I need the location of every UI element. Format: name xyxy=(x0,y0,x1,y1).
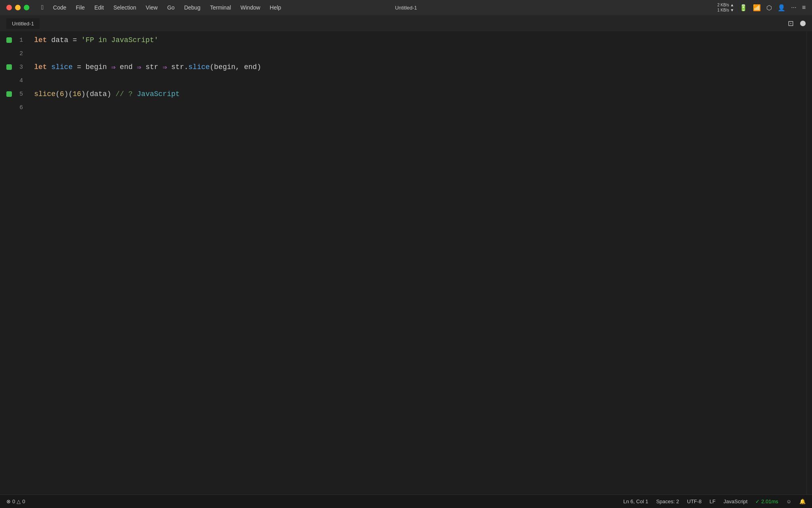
status-right: Ln 6, Col 1 Spaces: 2 UTF-8 LF JavaScrip… xyxy=(623,498,806,504)
var-slice: slice xyxy=(51,63,73,71)
fn-slice-call: slice xyxy=(34,90,56,98)
warning-number: 0 xyxy=(22,498,25,504)
notifications-icon[interactable]: 🔔 xyxy=(799,498,806,504)
titlebar-left:  Code File Edit Selection View Go Debug… xyxy=(6,2,285,13)
gutter-line-1: 1 xyxy=(0,33,28,47)
upload-speed: 2 KB/s ▲ xyxy=(717,2,734,8)
cast-icon: ⬡ xyxy=(766,4,772,12)
close-button[interactable] xyxy=(6,5,12,10)
paren-open-3: ( xyxy=(210,63,214,71)
paren-close-3: ) xyxy=(257,63,261,71)
split-editor-icon[interactable]: ⊡ xyxy=(788,19,794,28)
code-line-4 xyxy=(28,74,806,87)
traffic-lights xyxy=(6,5,29,10)
status-left: ⊗ 0 △ 0 xyxy=(6,498,25,504)
arrow-3: ⇒ xyxy=(163,63,167,71)
menu-terminal[interactable]: Terminal xyxy=(206,3,235,12)
keyword-let-1: let xyxy=(34,36,51,44)
str-dot: str. xyxy=(167,63,188,71)
arrow-1: ⇒ xyxy=(111,63,115,71)
error-number: 0 xyxy=(12,498,15,504)
tabbar: Untitled-1 ⊡ xyxy=(0,15,812,32)
line-number-5: 5 xyxy=(15,91,23,98)
code-line-2 xyxy=(28,47,806,60)
arg-data: data xyxy=(90,90,107,98)
menu-go[interactable]: Go xyxy=(163,3,179,12)
cursor-position[interactable]: Ln 6, Col 1 xyxy=(623,498,648,504)
line-number-6: 6 xyxy=(15,104,23,111)
menu-window[interactable]: Window xyxy=(237,3,264,12)
line-ending[interactable]: LF xyxy=(710,498,716,504)
gutter-line-5: 5 xyxy=(0,87,28,101)
warning-icon: △ xyxy=(17,498,21,504)
end-param: end xyxy=(115,63,137,71)
line-gutter: 1 2 3 4 5 6 xyxy=(0,32,28,495)
keyword-let-3: let xyxy=(34,63,51,71)
line-number-2: 2 xyxy=(15,50,23,57)
line-number-3: 3 xyxy=(15,64,23,71)
maximize-button[interactable] xyxy=(24,5,29,10)
breakpoint-1[interactable] xyxy=(6,37,12,43)
encoding[interactable]: UTF-8 xyxy=(687,498,702,504)
gutter-line-2: 2 xyxy=(0,47,28,60)
var-data: data = xyxy=(51,36,81,44)
statusbar: ⊗ 0 △ 0 Ln 6, Col 1 Spaces: 2 UTF-8 LF J… xyxy=(0,495,812,508)
apple-menu[interactable]:  xyxy=(37,2,48,13)
download-speed: 1 KB/s ▼ xyxy=(717,8,734,13)
num-16: 16 xyxy=(73,90,81,98)
error-icon: ⊗ xyxy=(6,498,11,504)
indentation[interactable]: Spaces: 2 xyxy=(656,498,679,504)
tabbar-right: ⊡ xyxy=(788,19,806,28)
vertical-scrollbar[interactable] xyxy=(806,32,812,495)
result-javascript: JavaScript xyxy=(137,90,180,98)
gutter-line-3: 3 xyxy=(0,60,28,74)
num-6: 6 xyxy=(60,90,64,98)
code-line-6 xyxy=(28,101,806,114)
menu-code[interactable]: Code xyxy=(49,3,70,12)
active-tab[interactable]: Untitled-1 xyxy=(6,18,40,29)
paren-5-4: ) xyxy=(107,90,111,98)
network-stats: 2 KB/s ▲ 1 KB/s ▼ xyxy=(717,2,734,13)
paren-5-2: )( xyxy=(64,90,73,98)
battery-icon: 🔋 xyxy=(739,4,747,12)
eq-3: = begin xyxy=(73,63,111,71)
arrow-2: ⇒ xyxy=(137,63,141,71)
menu-file[interactable]: File xyxy=(72,3,89,12)
gutter-line-4: 4 xyxy=(0,74,28,87)
editor: 1 2 3 4 5 6 let data = 'FP in JavaScript… xyxy=(0,32,812,495)
method-slice: slice xyxy=(188,63,210,71)
code-line-1: let data = 'FP in JavaScript' xyxy=(28,33,806,47)
menu-help[interactable]: Help xyxy=(266,3,285,12)
menu-edit[interactable]: Edit xyxy=(90,3,108,12)
menu-view[interactable]: View xyxy=(142,3,162,12)
paren-5-1: ( xyxy=(56,90,60,98)
list-icon[interactable]: ≡ xyxy=(802,4,806,11)
window-title: Untitled-1 xyxy=(395,5,417,11)
line-number-1: 1 xyxy=(15,37,23,44)
code-editor[interactable]: let data = 'FP in JavaScript' let slice … xyxy=(28,32,806,495)
more-icon[interactable]: ··· xyxy=(791,4,796,11)
profile-icon[interactable]: 👤 xyxy=(778,4,785,12)
comment-5: // ? xyxy=(111,90,137,98)
publish-dot-icon xyxy=(800,21,806,26)
line-number-4: 4 xyxy=(15,77,23,84)
str-param: str xyxy=(141,63,163,71)
menu-debug[interactable]: Debug xyxy=(180,3,204,12)
code-line-5: slice(6)(16)(data) // ? JavaScript xyxy=(28,87,806,101)
breakpoint-3[interactable] xyxy=(6,64,12,70)
error-count[interactable]: ⊗ 0 △ 0 xyxy=(6,498,25,504)
begin-arg: begin, end xyxy=(214,63,257,71)
wifi-icon: 📶 xyxy=(753,4,761,12)
feedback-icon[interactable]: ☺ xyxy=(786,498,791,504)
minimize-button[interactable] xyxy=(15,5,21,10)
run-time: ✓ 2.01ms xyxy=(755,498,778,504)
code-line-3: let slice = begin ⇒ end ⇒ str ⇒ str.slic… xyxy=(28,60,806,74)
string-fp: 'FP in JavaScript' xyxy=(81,36,158,44)
menu-selection[interactable]: Selection xyxy=(109,3,140,12)
language-mode[interactable]: JavaScript xyxy=(724,498,748,504)
paren-5-3: )( xyxy=(81,90,90,98)
menu-bar:  Code File Edit Selection View Go Debug… xyxy=(37,2,285,13)
breakpoint-5[interactable] xyxy=(6,91,12,97)
titlebar-right: 2 KB/s ▲ 1 KB/s ▼ 🔋 📶 ⬡ 👤 ··· ≡ xyxy=(717,2,806,13)
titlebar:  Code File Edit Selection View Go Debug… xyxy=(0,0,812,15)
